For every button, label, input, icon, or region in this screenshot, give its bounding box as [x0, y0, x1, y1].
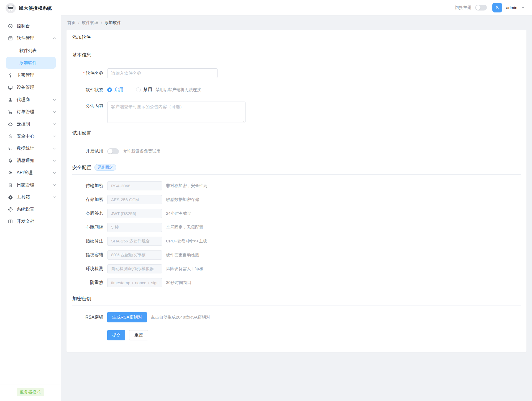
security-row-value-input [107, 237, 162, 246]
document-icon [7, 182, 13, 188]
sidebar-item-system-settings[interactable]: 系统设置 [0, 203, 61, 215]
sidebar-item-dev-docs[interactable]: 开发文档 [0, 215, 61, 227]
user-avatar[interactable] [492, 3, 502, 12]
main-column: 切换主题 admin 首页/软件管理/添加软件 添加软件 基本信息 [61, 0, 532, 401]
theme-toggle[interactable] [475, 5, 487, 11]
breadcrumb-separator: / [101, 20, 102, 25]
trial-toggle-row: 开启试用 允许新设备免费试用 [72, 146, 521, 156]
security-config-row: 传输加密 非对称加密，安全性高 [72, 181, 521, 190]
app-logo-icon [6, 3, 16, 13]
status-enabled-label[interactable]: 启用 [114, 87, 123, 93]
security-row-label: 指纹容错 [72, 250, 103, 260]
sidebar-item-data-statistics[interactable]: 数据统计 [0, 142, 61, 154]
security-config-row: 环境检测 风险设备需人工审核 [72, 264, 521, 273]
sidebar-item-order-management[interactable]: 订单管理 [0, 106, 61, 118]
sidebar-menu: 控制台软件管理软件列表添加软件卡密管理设备管理代理商订单管理云控制安全中心数据统… [0, 15, 61, 384]
link-icon [7, 170, 13, 175]
breadcrumb-item[interactable]: 软件管理 [82, 20, 98, 25]
sidebar-item-label: 日志管理 [17, 182, 53, 188]
system-fixed-badge: 系统固定 [94, 164, 116, 171]
software-name-input[interactable] [107, 68, 218, 78]
security-row-hint: CPU+硬盘+网卡+主板 [166, 239, 207, 244]
security-row-value-input [107, 264, 162, 273]
chevron-down-icon [53, 195, 56, 199]
sidebar-item-cloud-control[interactable]: 云控制 [0, 118, 61, 130]
security-config-row: 指纹算法 CPU+硬盘+网卡+主板 [72, 236, 521, 246]
cloud-icon [7, 121, 13, 127]
announcement-label: 公告内容 [72, 102, 103, 111]
breadcrumb-item: 添加软件 [104, 20, 121, 25]
trial-toggle[interactable] [107, 148, 119, 154]
sidebar-item-label: 添加软件 [19, 60, 56, 66]
sidebar-item-label: 软件管理 [17, 35, 53, 41]
chevron-up-icon [53, 37, 56, 40]
security-row-hint: 敏感数据加密存储 [166, 197, 199, 202]
sidebar-item-security-center[interactable]: 安全中心 [0, 130, 61, 142]
trial-toggle-knob [108, 149, 112, 154]
sidebar-item-software-management[interactable]: 软件管理 [0, 32, 61, 44]
sidebar-item-label: 安全中心 [17, 133, 53, 139]
sidebar-item-log-management[interactable]: 日志管理 [0, 179, 61, 191]
sidebar-item-label: 消息通知 [17, 158, 53, 164]
status-enabled-radio[interactable] [107, 87, 112, 92]
sidebar-item-label: 设备管理 [17, 85, 56, 90]
security-row-hint: 24小时有效期 [166, 211, 191, 216]
chevron-down-icon [53, 110, 56, 114]
trial-toggle-label: 开启试用 [72, 146, 103, 156]
section-trial-title: 试用设置 [72, 130, 91, 136]
sidebar-item-add-software[interactable]: 添加软件 [6, 57, 56, 69]
sidebar-item-dashboard[interactable]: 控制台 [0, 20, 61, 32]
chevron-down-icon [53, 147, 56, 150]
sidebar-footer: 服务器模式 [0, 384, 61, 401]
section-keys: 加密密钥 [72, 296, 521, 306]
security-config-row: 令牌签名 24小时有效期 [72, 209, 521, 218]
key-icon [7, 73, 13, 78]
content-area: 首页/软件管理/添加软件 添加软件 基本信息 软件名称 软件状态 [61, 15, 532, 401]
section-trial: 试用设置 [72, 130, 521, 140]
sidebar-item-label: 代理商 [17, 97, 53, 103]
software-status-radio-group: 启用 禁用 禁用后客户端将无法连接 [107, 85, 201, 95]
app-root: 鼠大侠授权系统 控制台软件管理软件列表添加软件卡密管理设备管理代理商订单管理云控… [0, 0, 532, 401]
chart-board-icon [7, 146, 13, 151]
submit-button[interactable]: 提交 [107, 330, 125, 340]
book-icon [7, 219, 13, 224]
rsa-key-label: RSA密钥 [72, 313, 103, 322]
sidebar-item-device-management[interactable]: 设备管理 [0, 81, 61, 94]
user-icon [7, 97, 13, 102]
sidebar-item-api-management[interactable]: API管理 [0, 167, 61, 179]
security-row-label: 防重放 [72, 278, 103, 287]
sidebar-item-card-key-management[interactable]: 卡密管理 [0, 69, 61, 81]
bell-icon [7, 158, 13, 163]
security-row-value-input [107, 250, 162, 260]
sidebar-item-label: 控制台 [17, 23, 56, 29]
security-row-value-input [107, 209, 162, 218]
status-disabled-radio[interactable] [136, 87, 141, 92]
security-row-hint: 硬件变更自动检测 [166, 252, 199, 258]
rsa-key-row: RSA密钥 生成RSA密钥对 点击自动生成2048位RSA密钥对 [72, 312, 521, 322]
security-row-label: 存储加密 [72, 195, 103, 204]
sidebar: 鼠大侠授权系统 控制台软件管理软件列表添加软件卡密管理设备管理代理商订单管理云控… [0, 0, 61, 401]
sidebar-item-agents[interactable]: 代理商 [0, 94, 61, 106]
sidebar-item-software-list[interactable]: 软件列表 [6, 45, 56, 56]
form-actions-row: 提交 重置 [72, 330, 521, 340]
status-hint: 禁用后客户端将无法连接 [155, 87, 201, 92]
status-disabled-label[interactable]: 禁用 [143, 87, 152, 93]
announcement-textarea[interactable] [107, 102, 245, 123]
reset-button[interactable]: 重置 [129, 330, 148, 340]
security-row-value-input [107, 195, 162, 204]
section-security: 安全配置 系统固定 [72, 164, 521, 175]
sidebar-item-label: 系统设置 [17, 206, 56, 212]
breadcrumb-item[interactable]: 首页 [67, 20, 76, 25]
sidebar-item-notifications[interactable]: 消息通知 [0, 154, 61, 167]
sidebar-item-label: 工具箱 [17, 194, 53, 200]
security-row-value-input [107, 223, 162, 232]
chevron-down-icon [53, 134, 56, 138]
sidebar-item-toolbox[interactable]: 工具箱 [0, 191, 61, 203]
user-menu-chevron-down-icon[interactable] [521, 6, 525, 9]
generate-rsa-button[interactable]: 生成RSA密钥对 [107, 312, 147, 322]
breadcrumb-separator: / [78, 20, 79, 25]
announcement-row: 公告内容 [72, 102, 521, 123]
breadcrumb: 首页/软件管理/添加软件 [66, 15, 526, 30]
software-name-row: 软件名称 [72, 68, 521, 78]
card-body: 基本信息 软件名称 软件状态 启用 禁用 [66, 45, 526, 352]
